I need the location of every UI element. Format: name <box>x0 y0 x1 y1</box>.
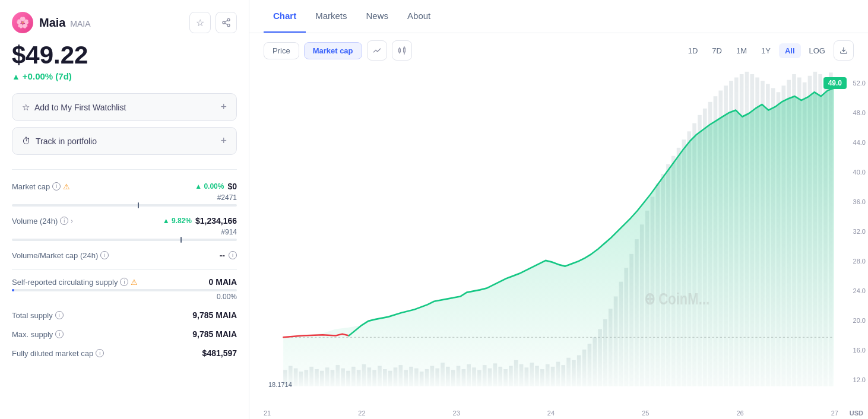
y-label-40: 40.0 <box>853 169 866 176</box>
y-label-48: 48.0 <box>853 109 866 116</box>
svg-rect-5 <box>398 49 400 52</box>
volume-info-icon[interactable]: i <box>60 217 68 225</box>
market-cap-pct: ▲ 0.00% <box>195 182 224 191</box>
y-label-52: 52.0 <box>853 80 866 87</box>
star-icon: ☆ <box>22 102 30 113</box>
stat-max-supply: Max. supply i 9,785 MAIA <box>12 329 237 339</box>
time-all-button[interactable]: All <box>779 43 801 58</box>
market-cap-rank: #2471 <box>217 193 237 202</box>
time-1y-button[interactable]: 1Y <box>755 43 777 58</box>
x-label-27: 27 <box>831 410 838 417</box>
time-7d-button[interactable]: 7D <box>706 43 728 58</box>
price-chart: ⊕ CoinM... <box>264 68 854 419</box>
stat-volume-label: Volume (24h) i › <box>12 217 73 226</box>
circ-supply-warn-icon: ⚠ <box>131 278 138 287</box>
x-axis-usd: USD <box>850 410 863 417</box>
start-price-label: 18.1714 <box>268 381 292 388</box>
coin-name: Maia <box>39 16 65 29</box>
y-label-16: 16.0 <box>853 347 866 354</box>
market-cap-value: $0 <box>227 182 237 191</box>
vol-mcap-info-icon[interactable]: i <box>100 251 109 259</box>
fully-diluted-info-icon[interactable]: i <box>96 349 104 357</box>
coin-logo: 🌸 <box>12 12 33 33</box>
coin-actions: ☆ <box>189 12 237 33</box>
x-label-22: 22 <box>358 410 365 417</box>
portfolio-icon: ⏱ <box>22 136 31 146</box>
download-button[interactable] <box>834 40 854 61</box>
volume-value: $1,234,166 <box>195 216 237 226</box>
y-label-20: 20.0 <box>853 317 866 324</box>
stat-vol-mcap: Volume/Market cap (24h) i -- i <box>12 250 237 260</box>
plus-icon: + <box>220 101 227 113</box>
time-1m-button[interactable]: 1M <box>730 43 753 58</box>
tab-markets[interactable]: Markets <box>306 0 356 33</box>
vol-mcap-info-icon-2[interactable]: i <box>229 251 237 259</box>
stat-volume-24h: Volume (24h) i › ▲ 9.82% $1,234,166 #914 <box>12 216 237 241</box>
price-section: $49.22 ▲ +0.00% (7d) <box>12 43 237 81</box>
chart-area: ⊕ CoinM... 52.0 48.0 44.0 40.0 36.0 32.0… <box>249 68 868 419</box>
x-label-23: 23 <box>453 410 460 417</box>
add-watchlist-button[interactable]: ☆ Add to My First Watchlist + <box>12 93 237 121</box>
chart-left-controls: Price Market cap <box>264 40 412 61</box>
coin-header: 🌸 Maia MAIA ☆ <box>12 12 237 33</box>
svg-line-4 <box>225 20 228 22</box>
price-main: $49.22 <box>12 43 237 68</box>
price-type-button[interactable]: Price <box>264 42 299 59</box>
max-supply-info-icon[interactable]: i <box>55 330 64 338</box>
track-portfolio-button[interactable]: ⏱ Track in portfolio + <box>12 127 237 155</box>
star-button[interactable]: ☆ <box>189 12 211 33</box>
coin-name-group: Maia MAIA <box>39 16 91 30</box>
candle-chart-icon-button[interactable] <box>392 40 412 61</box>
volume-pct: ▲ 9.82% <box>163 217 192 225</box>
share-button[interactable] <box>216 12 237 33</box>
divider <box>12 269 237 270</box>
price-change-value: +0.00% (7d) <box>23 71 72 81</box>
volume-progress <box>12 239 237 241</box>
coin-title: 🌸 Maia MAIA <box>12 12 91 33</box>
market-cap-info-icon[interactable]: i <box>52 182 61 191</box>
time-1d-button[interactable]: 1D <box>682 43 704 58</box>
svg-point-2 <box>227 24 230 27</box>
y-label-12: 12.0 <box>853 376 866 383</box>
stat-circulating-supply: Self-reported circulating supply i ⚠ 0 M… <box>12 277 237 301</box>
y-label-28: 28.0 <box>853 258 866 265</box>
tab-about[interactable]: About <box>398 0 440 33</box>
current-price-badge: 49.0 <box>823 77 847 89</box>
stat-total-supply: Total supply i 9,785 MAIA <box>12 310 237 320</box>
circ-supply-info-icon[interactable]: i <box>120 278 128 286</box>
x-label-21: 21 <box>264 410 271 417</box>
market-cap-type-button[interactable]: Market cap <box>304 42 362 59</box>
circ-supply-pct: 0.00% <box>217 293 237 301</box>
market-cap-progress <box>12 204 237 207</box>
vol-mcap-value: -- <box>220 250 225 260</box>
coin-ticker: MAIA <box>70 19 90 28</box>
y-label-36: 36.0 <box>853 198 866 205</box>
nav-tabs: Chart Markets News About <box>249 0 868 33</box>
x-label-24: 24 <box>547 410 555 417</box>
watchlist-label: Add to My First Watchlist <box>34 103 126 112</box>
time-log-button[interactable]: LOG <box>803 43 831 58</box>
svg-point-1 <box>223 21 225 24</box>
circ-supply-value: 0 MAIA <box>209 277 237 287</box>
line-chart-icon-button[interactable] <box>367 40 387 61</box>
sidebar: 🌸 Maia MAIA ☆ $49.22 ▲ +0.00% (7d) <box>0 0 249 419</box>
main-content: Chart Markets News About Price Market ca… <box>249 0 868 419</box>
max-supply-value: 9,785 MAIA <box>192 329 237 339</box>
stat-fully-diluted: Fully diluted market cap i $481,597 <box>12 348 237 358</box>
tab-news[interactable]: News <box>357 0 398 33</box>
tab-chart[interactable]: Chart <box>264 0 306 33</box>
volume-arrow-icon[interactable]: › <box>71 217 73 224</box>
total-supply-info-icon[interactable]: i <box>55 311 64 319</box>
chart-controls: Price Market cap 1D 7D 1M 1Y All LO <box>249 33 868 68</box>
y-label-24: 24.0 <box>853 287 866 294</box>
market-cap-warn-icon: ⚠ <box>63 182 70 191</box>
y-label-44: 44.0 <box>853 139 866 146</box>
stat-market-cap: Market cap i ⚠ ▲ 0.00% $0 #2471 <box>12 182 237 207</box>
x-axis: 21 22 23 24 25 26 27 <box>264 410 838 417</box>
portfolio-label: Track in portfolio <box>36 137 97 146</box>
price-change: ▲ +0.00% (7d) <box>12 71 72 81</box>
plus-icon-2: + <box>220 135 227 147</box>
fully-diluted-value: $481,597 <box>202 348 237 358</box>
stat-volume-header: Volume (24h) i › ▲ 9.82% $1,234,166 <box>12 216 237 226</box>
stat-market-cap-header: Market cap i ⚠ ▲ 0.00% $0 <box>12 182 237 191</box>
